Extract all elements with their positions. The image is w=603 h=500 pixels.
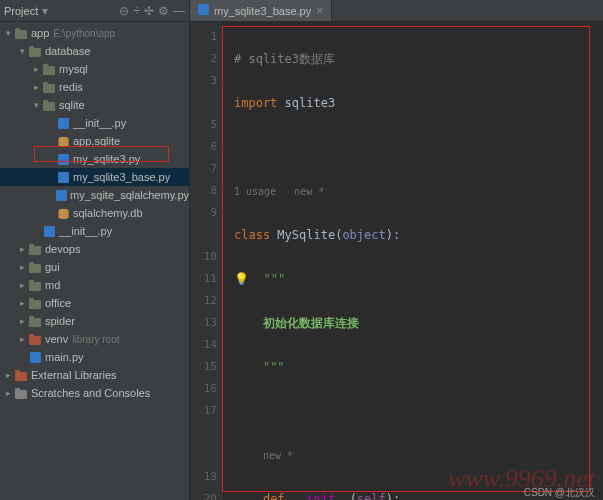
tab-label: my_sqlite3_base.py [214,5,311,17]
svg-point-13 [58,143,68,147]
tree-item-label: sqlite [59,99,85,111]
tree-item-label: my_sqite_sqlalchemy.py [70,189,189,201]
tree-item-hint: library root [72,334,119,345]
tree-item-external-libs[interactable]: ▸ External Libraries [0,366,189,384]
tree-item-label: database [45,45,90,57]
tree-item-main-py[interactable]: main.py [0,348,189,366]
code-text: object [342,228,385,242]
svg-rect-22 [29,244,34,247]
svg-rect-34 [15,372,27,381]
dropdown-icon[interactable]: ▾ [42,4,48,18]
svg-rect-6 [43,84,55,93]
tree-item-devops[interactable]: ▸ devops [0,240,189,258]
svg-rect-37 [15,388,20,391]
tree-root[interactable]: ▾ app E:\python\app [0,24,189,42]
chevron-right-icon[interactable]: ▸ [2,370,14,380]
tree-item-label: __init__.py [59,225,112,237]
tree-item-scratches[interactable]: ▸ Scratches and Consoles [0,384,189,402]
svg-rect-8 [43,102,55,111]
tree-item-md[interactable]: ▸ md [0,276,189,294]
tree-item-gui[interactable]: ▸ gui [0,258,189,276]
project-tree[interactable]: ▾ app E:\python\app ▾ database ▸ mysql ▸… [0,22,189,500]
chevron-right-icon[interactable]: ▸ [16,298,28,308]
editor-tab[interactable]: my_sqlite3_base.py × [190,0,332,21]
tree-item-sqlalchemy-db[interactable]: sqlalchemy.db [0,204,189,222]
svg-rect-32 [29,334,34,337]
chevron-down-icon[interactable]: ▾ [30,100,42,110]
tree-item-office[interactable]: ▸ office [0,294,189,312]
tree-item-label: app [31,27,49,39]
code-text: 初始化数据库连接 [263,316,359,330]
tree-item-venv[interactable]: ▸ venv library root [0,330,189,348]
code-text [285,492,292,500]
code-text: ): [386,228,400,242]
usage-hint[interactable]: 1 usage new * [234,186,324,197]
tree-item-label: venv [45,333,68,345]
svg-rect-26 [29,280,34,283]
tree-item-label: devops [45,243,80,255]
divide-icon[interactable]: ÷ [133,4,140,18]
code-text: class [234,228,270,242]
svg-rect-20 [44,226,55,237]
tree-item-sqlalchemy-py[interactable]: my_sqite_sqlalchemy.py [0,186,189,204]
footer-attribution: CSDN @北汉汉 [524,486,595,500]
svg-rect-14 [58,154,69,165]
usage-hint[interactable]: new * [263,450,293,461]
locate-icon[interactable]: ✣ [144,4,154,18]
svg-rect-16 [56,190,67,201]
svg-rect-30 [29,316,34,319]
svg-rect-9 [43,100,48,103]
tree-item-sqlite[interactable]: ▾ sqlite [0,96,189,114]
code-text: """ [263,360,285,374]
code-text: import [234,96,277,110]
tree-item-label: Scratches and Consoles [31,387,150,399]
tree-item-label: __init__.py [73,117,126,129]
code-text: self [357,492,386,500]
tree-item-mysql[interactable]: ▸ mysql [0,60,189,78]
chevron-right-icon[interactable]: ▸ [16,334,28,344]
svg-rect-23 [29,264,41,273]
project-panel: Project ▾ ⊖ ÷ ✣ ⚙ — ▾ app E:\python\app … [0,0,190,500]
svg-rect-21 [29,246,41,255]
tree-item-app-sqlite[interactable]: app.sqlite [0,132,189,150]
chevron-right-icon[interactable]: ▸ [30,64,42,74]
tree-item-my-sqlite3[interactable]: my_sqlite3.py [0,150,189,168]
tree-item-database[interactable]: ▾ database [0,42,189,60]
code-editor[interactable]: 1235678910111213141516171920 # sqlite3数据… [190,22,603,500]
chevron-down-icon[interactable]: ▾ [16,46,28,56]
svg-rect-25 [29,282,41,291]
intention-bulb-icon[interactable]: 💡 [234,272,249,286]
svg-rect-35 [15,370,20,373]
chevron-right-icon[interactable]: ▸ [16,262,28,272]
chevron-right-icon[interactable]: ▸ [16,244,28,254]
tree-item-my-sqlite3-base[interactable]: my_sqlite3_base.py [0,168,189,186]
code-text: MySqlite( [270,228,342,242]
tree-item-redis[interactable]: ▸ redis [0,78,189,96]
tree-item-init-py-2[interactable]: __init__.py [0,222,189,240]
svg-rect-38 [198,4,209,15]
editor-area: my_sqlite3_base.py × 1235678910111213141… [190,0,603,500]
svg-rect-33 [30,352,41,363]
hide-icon[interactable]: — [173,4,185,18]
tree-item-label: spider [45,315,75,327]
code-content[interactable]: # sqlite3数据库 import sqlite3 1 usage new … [224,22,603,500]
chevron-right-icon[interactable]: ▸ [30,82,42,92]
close-icon[interactable]: × [316,4,323,18]
svg-rect-31 [29,336,41,345]
collapse-icon[interactable]: ⊖ [119,4,129,18]
svg-rect-10 [58,118,69,129]
gear-icon[interactable]: ⚙ [158,4,169,18]
code-text: def [263,492,285,500]
code-text: # sqlite3数据库 [234,52,335,66]
project-header: Project ▾ ⊖ ÷ ✣ ⚙ — [0,0,189,22]
chevron-down-icon[interactable]: ▾ [2,28,14,38]
chevron-right-icon[interactable]: ▸ [2,388,14,398]
editor-tab-bar: my_sqlite3_base.py × [190,0,603,22]
tree-item-init-py[interactable]: __init__.py [0,114,189,132]
chevron-right-icon[interactable]: ▸ [16,280,28,290]
chevron-right-icon[interactable]: ▸ [16,316,28,326]
code-text: sqlite3 [277,96,335,110]
svg-rect-7 [43,82,48,85]
tree-item-spider[interactable]: ▸ spider [0,312,189,330]
tree-item-label: my_sqlite3.py [73,153,140,165]
